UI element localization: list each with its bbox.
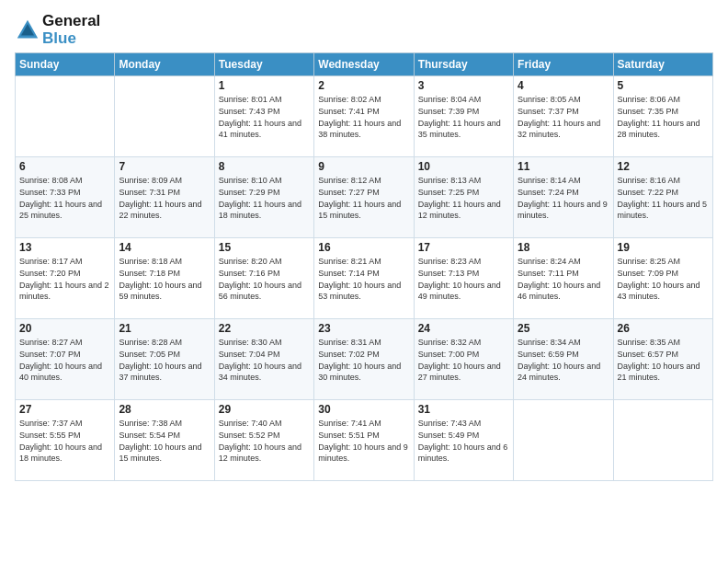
day-number: 4 <box>518 79 609 92</box>
day-info: Sunrise: 8:24 AMSunset: 7:11 PMDaylight:… <box>518 256 609 302</box>
calendar-cell: 29Sunrise: 7:40 AMSunset: 5:52 PMDayligh… <box>214 400 313 481</box>
calendar-cell: 3Sunrise: 8:04 AMSunset: 7:39 PMDaylight… <box>414 76 513 157</box>
day-number: 13 <box>19 241 110 254</box>
calendar-cell: 20Sunrise: 8:27 AMSunset: 7:07 PMDayligh… <box>16 319 115 400</box>
day-number: 12 <box>618 160 709 173</box>
calendar-cell <box>115 76 214 157</box>
calendar-cell: 26Sunrise: 8:35 AMSunset: 6:57 PMDayligh… <box>613 319 712 400</box>
day-number: 22 <box>219 322 310 335</box>
calendar-cell <box>16 76 115 157</box>
day-info: Sunrise: 7:41 AMSunset: 5:51 PMDaylight:… <box>318 418 409 464</box>
day-info: Sunrise: 8:25 AMSunset: 7:09 PMDaylight:… <box>618 256 709 302</box>
day-number: 6 <box>19 160 110 173</box>
calendar-cell: 12Sunrise: 8:16 AMSunset: 7:22 PMDayligh… <box>613 157 712 238</box>
day-info: Sunrise: 8:09 AMSunset: 7:31 PMDaylight:… <box>119 175 210 221</box>
day-info: Sunrise: 8:18 AMSunset: 7:18 PMDaylight:… <box>119 256 210 302</box>
calendar-cell: 6Sunrise: 8:08 AMSunset: 7:33 PMDaylight… <box>16 157 115 238</box>
weekday-header: Thursday <box>414 53 513 76</box>
logo-text: General Blue <box>42 13 100 47</box>
day-number: 23 <box>318 322 409 335</box>
calendar-cell: 19Sunrise: 8:25 AMSunset: 7:09 PMDayligh… <box>613 238 712 319</box>
calendar-cell: 1Sunrise: 8:01 AMSunset: 7:43 PMDaylight… <box>214 76 313 157</box>
page: General Blue SundayMondayTuesdayWednesda… <box>0 0 728 563</box>
day-info: Sunrise: 8:28 AMSunset: 7:05 PMDaylight:… <box>119 337 210 383</box>
day-number: 2 <box>318 79 409 92</box>
day-info: Sunrise: 8:12 AMSunset: 7:27 PMDaylight:… <box>318 175 409 221</box>
day-info: Sunrise: 8:23 AMSunset: 7:13 PMDaylight:… <box>418 256 509 302</box>
day-number: 14 <box>119 241 210 254</box>
day-info: Sunrise: 7:37 AMSunset: 5:55 PMDaylight:… <box>19 418 110 464</box>
weekday-header: Saturday <box>613 53 712 76</box>
calendar-cell: 7Sunrise: 8:09 AMSunset: 7:31 PMDaylight… <box>115 157 214 238</box>
calendar-cell: 5Sunrise: 8:06 AMSunset: 7:35 PMDaylight… <box>613 76 712 157</box>
calendar-cell: 21Sunrise: 8:28 AMSunset: 7:05 PMDayligh… <box>115 319 214 400</box>
calendar-cell: 18Sunrise: 8:24 AMSunset: 7:11 PMDayligh… <box>514 238 613 319</box>
day-number: 17 <box>418 241 509 254</box>
header: General Blue <box>15 9 713 47</box>
day-info: Sunrise: 8:02 AMSunset: 7:41 PMDaylight:… <box>318 94 409 140</box>
day-info: Sunrise: 8:35 AMSunset: 6:57 PMDaylight:… <box>618 337 709 383</box>
calendar-cell: 16Sunrise: 8:21 AMSunset: 7:14 PMDayligh… <box>314 238 414 319</box>
day-number: 19 <box>618 241 709 254</box>
day-info: Sunrise: 8:27 AMSunset: 7:07 PMDaylight:… <box>19 337 110 383</box>
day-number: 10 <box>418 160 509 173</box>
calendar-cell <box>514 400 613 481</box>
weekday-header: Tuesday <box>214 53 313 76</box>
day-info: Sunrise: 7:43 AMSunset: 5:49 PMDaylight:… <box>418 418 509 464</box>
calendar-cell: 22Sunrise: 8:30 AMSunset: 7:04 PMDayligh… <box>214 319 313 400</box>
weekday-header: Monday <box>115 53 214 76</box>
weekday-header: Friday <box>514 53 613 76</box>
calendar-cell: 4Sunrise: 8:05 AMSunset: 7:37 PMDaylight… <box>514 76 613 157</box>
day-number: 3 <box>418 79 509 92</box>
logo-icon <box>15 17 40 43</box>
day-info: Sunrise: 8:20 AMSunset: 7:16 PMDaylight:… <box>219 256 310 302</box>
day-number: 5 <box>618 79 709 92</box>
calendar-cell: 10Sunrise: 8:13 AMSunset: 7:25 PMDayligh… <box>414 157 513 238</box>
day-number: 30 <box>318 403 409 416</box>
calendar-week-row: 27Sunrise: 7:37 AMSunset: 5:55 PMDayligh… <box>16 400 713 481</box>
calendar-week-row: 1Sunrise: 8:01 AMSunset: 7:43 PMDaylight… <box>16 76 713 157</box>
day-info: Sunrise: 8:16 AMSunset: 7:22 PMDaylight:… <box>618 175 709 221</box>
day-number: 8 <box>219 160 310 173</box>
day-info: Sunrise: 8:32 AMSunset: 7:00 PMDaylight:… <box>418 337 509 383</box>
weekday-header-row: SundayMondayTuesdayWednesdayThursdayFrid… <box>16 53 713 76</box>
calendar-cell: 9Sunrise: 8:12 AMSunset: 7:27 PMDaylight… <box>314 157 414 238</box>
calendar-cell: 23Sunrise: 8:31 AMSunset: 7:02 PMDayligh… <box>314 319 414 400</box>
calendar-week-row: 6Sunrise: 8:08 AMSunset: 7:33 PMDaylight… <box>16 157 713 238</box>
calendar-cell: 8Sunrise: 8:10 AMSunset: 7:29 PMDaylight… <box>214 157 313 238</box>
logo: General Blue <box>15 13 100 47</box>
day-info: Sunrise: 8:31 AMSunset: 7:02 PMDaylight:… <box>318 337 409 383</box>
day-info: Sunrise: 8:04 AMSunset: 7:39 PMDaylight:… <box>418 94 509 140</box>
day-number: 9 <box>318 160 409 173</box>
calendar-cell: 27Sunrise: 7:37 AMSunset: 5:55 PMDayligh… <box>16 400 115 481</box>
day-number: 21 <box>119 322 210 335</box>
day-info: Sunrise: 7:40 AMSunset: 5:52 PMDaylight:… <box>219 418 310 464</box>
day-number: 15 <box>219 241 310 254</box>
day-info: Sunrise: 8:05 AMSunset: 7:37 PMDaylight:… <box>518 94 609 140</box>
day-number: 20 <box>19 322 110 335</box>
day-number: 11 <box>518 160 609 173</box>
calendar-cell: 13Sunrise: 8:17 AMSunset: 7:20 PMDayligh… <box>16 238 115 319</box>
day-info: Sunrise: 8:14 AMSunset: 7:24 PMDaylight:… <box>518 175 609 221</box>
day-info: Sunrise: 7:38 AMSunset: 5:54 PMDaylight:… <box>119 418 210 464</box>
day-info: Sunrise: 8:17 AMSunset: 7:20 PMDaylight:… <box>19 256 110 302</box>
calendar-week-row: 20Sunrise: 8:27 AMSunset: 7:07 PMDayligh… <box>16 319 713 400</box>
day-number: 28 <box>119 403 210 416</box>
day-info: Sunrise: 8:10 AMSunset: 7:29 PMDaylight:… <box>219 175 310 221</box>
day-info: Sunrise: 8:21 AMSunset: 7:14 PMDaylight:… <box>318 256 409 302</box>
day-number: 16 <box>318 241 409 254</box>
day-number: 29 <box>219 403 310 416</box>
day-info: Sunrise: 8:30 AMSunset: 7:04 PMDaylight:… <box>219 337 310 383</box>
calendar-cell <box>613 400 712 481</box>
calendar-table: SundayMondayTuesdayWednesdayThursdayFrid… <box>15 52 713 481</box>
day-number: 27 <box>19 403 110 416</box>
day-number: 7 <box>119 160 210 173</box>
calendar-cell: 30Sunrise: 7:41 AMSunset: 5:51 PMDayligh… <box>314 400 414 481</box>
day-number: 24 <box>418 322 509 335</box>
day-info: Sunrise: 8:01 AMSunset: 7:43 PMDaylight:… <box>219 94 310 140</box>
calendar-cell: 25Sunrise: 8:34 AMSunset: 6:59 PMDayligh… <box>514 319 613 400</box>
calendar-cell: 11Sunrise: 8:14 AMSunset: 7:24 PMDayligh… <box>514 157 613 238</box>
day-number: 25 <box>518 322 609 335</box>
calendar-cell: 28Sunrise: 7:38 AMSunset: 5:54 PMDayligh… <box>115 400 214 481</box>
day-info: Sunrise: 8:06 AMSunset: 7:35 PMDaylight:… <box>618 94 709 140</box>
